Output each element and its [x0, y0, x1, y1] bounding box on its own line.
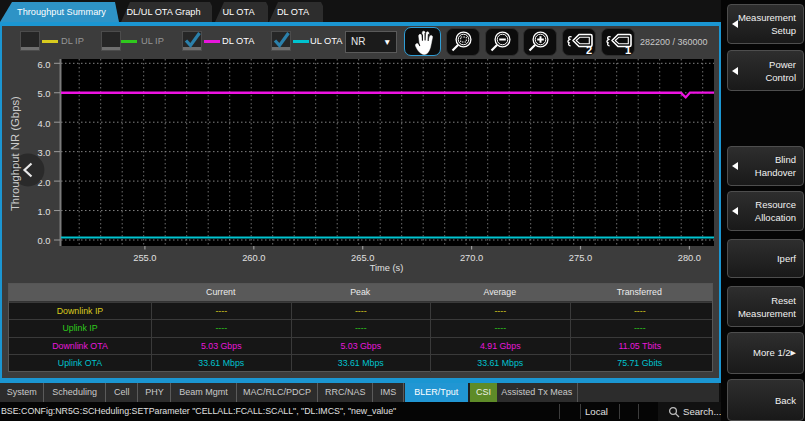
svg-text:270.0: 270.0 [460, 253, 483, 263]
svg-text:0.0: 0.0 [38, 236, 51, 246]
svg-text:5.0: 5.0 [38, 89, 51, 99]
svg-text:280.0: 280.0 [678, 253, 701, 263]
svg-text:6.0: 6.0 [38, 60, 51, 70]
svg-text:260.0: 260.0 [242, 253, 265, 263]
svg-text:265.0: 265.0 [351, 253, 374, 263]
svg-text:255.0: 255.0 [133, 253, 156, 263]
svg-text:1: 1 [625, 44, 631, 55]
svg-text:4.0: 4.0 [38, 119, 51, 129]
svg-text:1.0: 1.0 [38, 207, 51, 217]
svg-text:Throughput NR (Gbps): Throughput NR (Gbps) [9, 96, 21, 211]
svg-text:2: 2 [586, 44, 592, 55]
svg-text:275.0: 275.0 [569, 253, 592, 263]
svg-text:Time (s): Time (s) [370, 263, 404, 273]
svg-text:3.0: 3.0 [38, 148, 51, 158]
